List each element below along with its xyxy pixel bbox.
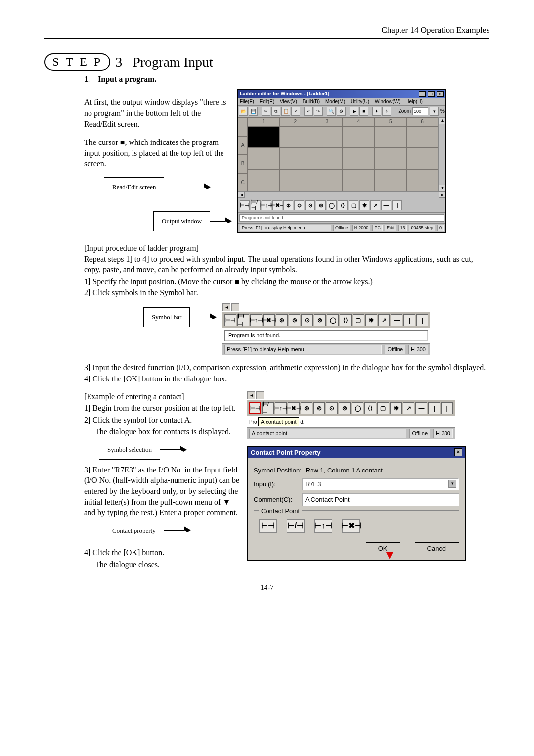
symbol-coil4-icon[interactable]: ⊗: [339, 402, 351, 414]
contact-type-not-icon[interactable]: ⊢✖⊣: [342, 519, 360, 533]
menu-window[interactable]: Window(W): [375, 99, 400, 104]
menu-file[interactable]: File(F): [240, 99, 254, 104]
input-dropdown-icon[interactable]: ▾: [448, 480, 456, 488]
menu-bar[interactable]: File(F) Edit(E) View(V) Build(B) Mode(M)…: [238, 98, 445, 106]
grid-cursor[interactable]: [248, 126, 279, 148]
scroll-up-icon[interactable]: ▴: [439, 117, 445, 124]
symbol-hline-icon[interactable]: —: [391, 314, 402, 326]
close-button[interactable]: ×: [437, 91, 444, 97]
symbol-coil3-icon[interactable]: ⊙: [305, 200, 315, 210]
horizontal-scrollbar[interactable]: ◂ ▸: [238, 191, 445, 198]
symbol-contact-not-icon[interactable]: ⊢✖⊣: [288, 402, 300, 414]
symbol-vline2-icon[interactable]: |: [416, 314, 428, 326]
symbol-vline-icon[interactable]: |: [428, 402, 440, 414]
stop-icon[interactable]: ■: [359, 107, 368, 116]
zoom-label: Zoom: [399, 109, 411, 114]
tab-left-icon[interactable]: ◂: [247, 391, 255, 399]
comment-field[interactable]: A Contact Point: [302, 493, 459, 506]
save-icon[interactable]: 💾: [249, 107, 258, 116]
tab-left-icon[interactable]: ◂: [222, 303, 230, 311]
symbol-hline-icon[interactable]: —: [415, 402, 427, 414]
menu-build[interactable]: Build(B): [303, 99, 320, 104]
symbol-coil2-icon[interactable]: ⊚: [294, 200, 304, 210]
menu-view[interactable]: View(V): [280, 99, 297, 104]
symbol-arrow-icon[interactable]: ↗: [370, 200, 380, 210]
contact-type-a-icon[interactable]: ⊢⊣: [259, 519, 277, 533]
menu-help[interactable]: Help(H): [405, 99, 422, 104]
symbol-coil-icon[interactable]: ⊛: [283, 200, 293, 210]
symbol-coil-icon[interactable]: ⊛: [301, 402, 312, 414]
run-icon[interactable]: ▶: [350, 107, 358, 116]
symbol-coil4-icon[interactable]: ⊗: [314, 314, 326, 326]
symbol-contact-a-icon[interactable]: ⊢⊣: [240, 200, 250, 210]
symbol-star-icon[interactable]: ✱: [390, 402, 402, 414]
symbol-circle-icon[interactable]: ◯: [352, 402, 363, 414]
symbol-contact-not-icon[interactable]: ⊢✖⊣: [272, 200, 282, 210]
symbol-contact-b-icon[interactable]: ⊢/⊣: [237, 314, 249, 326]
symbol-star-icon[interactable]: ✱: [365, 314, 377, 326]
menu-utility[interactable]: Utility(U): [351, 99, 369, 104]
menu-mode[interactable]: Mode(M): [325, 99, 345, 104]
symbol-coil-icon[interactable]: ⊛: [276, 314, 288, 326]
misc-icon[interactable]: ✦: [372, 107, 381, 116]
maximize-button[interactable]: □: [428, 91, 435, 97]
symbol-coil4-icon[interactable]: ⊗: [316, 200, 326, 210]
symbol-coil3-icon[interactable]: ⊙: [301, 314, 313, 326]
redo-icon[interactable]: ↷: [314, 107, 323, 116]
contact-type-rise-icon[interactable]: ⊢↑⊣: [314, 519, 332, 533]
ladder-grid[interactable]: A B C 1 2 3 4 5 6: [238, 117, 445, 191]
symbol-star-icon[interactable]: ✱: [359, 200, 369, 210]
vertical-scrollbar[interactable]: ▴ ▾: [438, 117, 445, 191]
open-icon[interactable]: 📂: [239, 107, 248, 116]
tab-blank-icon[interactable]: [256, 391, 264, 399]
symbol-contact-b-icon[interactable]: ⊢/⊣: [251, 200, 261, 210]
contact-type-b-icon[interactable]: ⊢/⊣: [287, 519, 305, 533]
symbol-coil3-icon[interactable]: ⊙: [326, 402, 338, 414]
symbol-vline-icon[interactable]: |: [403, 314, 415, 326]
tool-icon[interactable]: ⚙: [337, 107, 346, 116]
col-header: 1: [248, 117, 279, 126]
dialog-title-bar[interactable]: Contact Point Property ×: [248, 447, 465, 459]
symbol-contact-not-icon[interactable]: ⊢✖⊣: [263, 314, 275, 326]
symbol-coil2-icon[interactable]: ⊚: [313, 402, 325, 414]
symbol-angle-icon[interactable]: ⟨⟩: [364, 402, 376, 414]
cancel-button[interactable]: Cancel: [415, 542, 459, 555]
symbol-contact-a-icon[interactable]: ⊢⊣: [224, 314, 236, 326]
ok-button[interactable]: OK: [366, 542, 400, 555]
scroll-down-icon[interactable]: ▾: [439, 185, 445, 191]
dialog-close-icon[interactable]: ×: [454, 448, 462, 456]
copy-icon[interactable]: ⧉: [271, 107, 280, 116]
undo-icon[interactable]: ↶: [304, 107, 313, 116]
symbol-coil2-icon[interactable]: ⊚: [289, 314, 301, 326]
misc2-icon[interactable]: ✧: [382, 107, 391, 116]
symbol-vline-icon[interactable]: |: [392, 200, 402, 210]
window-title-bar[interactable]: Ladder editor for Windows - [Ladder1] _ …: [238, 90, 445, 98]
delete-icon[interactable]: ×: [291, 107, 300, 116]
symbol-angle-icon[interactable]: ⟨⟩: [340, 314, 352, 326]
scroll-right-icon[interactable]: ▸: [439, 192, 445, 198]
symbol-contact-b-icon[interactable]: ⊢/⊣: [262, 402, 274, 414]
symbol-arrow-icon[interactable]: ↗: [378, 314, 390, 326]
symbol-contact-a-icon[interactable]: ⊢⊣: [249, 402, 261, 414]
symbol-circle-icon[interactable]: ◯: [327, 200, 337, 210]
menu-edit[interactable]: Edit(E): [260, 99, 275, 104]
tab-blank-icon[interactable]: [231, 303, 239, 311]
symbol-box-icon[interactable]: ▢: [349, 200, 358, 210]
scroll-left-icon[interactable]: ◂: [238, 192, 245, 198]
minimize-button[interactable]: _: [419, 91, 426, 97]
symbol-vline2-icon[interactable]: |: [441, 402, 453, 414]
symbol-angle-icon[interactable]: ⟨⟩: [338, 200, 348, 210]
symbol-box-icon[interactable]: ▢: [353, 314, 364, 326]
symbol-contact-rise-icon[interactable]: ⊢↑⊣: [250, 314, 262, 326]
find-icon[interactable]: 🔍: [327, 107, 336, 116]
zoom-dropdown-icon[interactable]: ▾: [430, 107, 439, 116]
paste-icon[interactable]: 📋: [281, 107, 290, 116]
cut-icon[interactable]: ✂: [262, 107, 270, 116]
symbol-contact-rise-icon[interactable]: ⊢↑⊣: [275, 402, 287, 414]
symbol-hline-icon[interactable]: —: [381, 200, 391, 210]
symbol-arrow-icon[interactable]: ↗: [403, 402, 415, 414]
zoom-input[interactable]: [412, 107, 428, 115]
symbol-circle-icon[interactable]: ◯: [327, 314, 339, 326]
symbol-box-icon[interactable]: ▢: [377, 402, 389, 414]
input-field[interactable]: R7E3 ▾: [302, 478, 459, 491]
